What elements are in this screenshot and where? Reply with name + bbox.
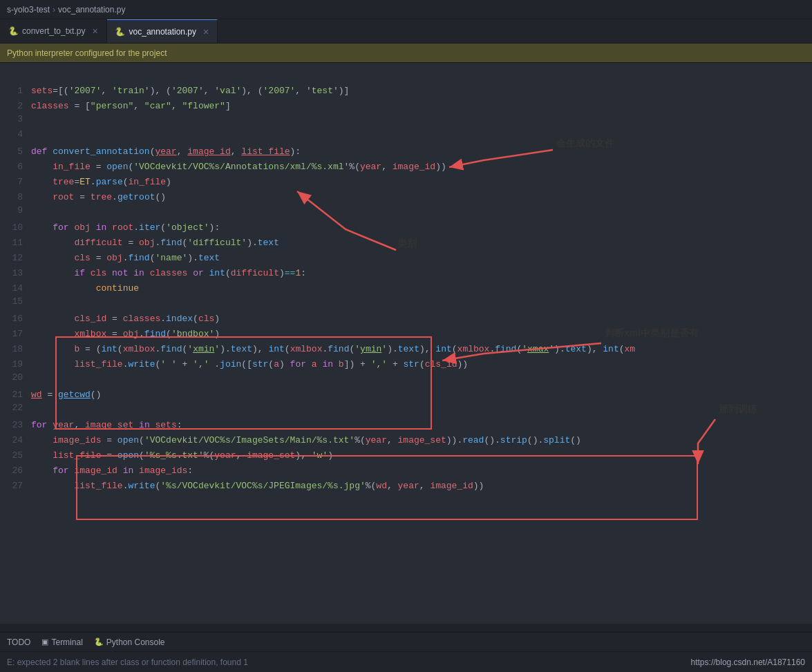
line-content-25: list_file = open('%s_%s.txt'%(year, imag… bbox=[31, 448, 812, 463]
code-line-3: 3 bbox=[0, 114, 812, 129]
tab-bar: 🐍 convert_to_txt.py × 🐍 voc_annotation.p… bbox=[0, 19, 812, 44]
line-num-13: 13 bbox=[0, 268, 31, 278]
line-num-15: 15 bbox=[0, 296, 31, 307]
line-content-26: for image_id in image_ids: bbox=[31, 463, 812, 479]
breadcrumb-file: voc_annotation.py bbox=[58, 5, 125, 15]
line-num-11: 11 bbox=[0, 238, 31, 248]
code-line-24: 24 image_ids = open('VOCdevkit/VOC%s/Ima… bbox=[0, 433, 812, 448]
code-line-26: 26 for image_id in image_ids: bbox=[0, 463, 812, 479]
tab-convert-to-txt[interactable]: 🐍 convert_to_txt.py × bbox=[0, 19, 107, 43]
code-line-15: 15 bbox=[0, 296, 812, 311]
code-line-1: 1 sets=[('2007', 'train'), ('2007', 'val… bbox=[0, 84, 812, 99]
line-num-1: 1 bbox=[0, 86, 31, 96]
line-num-26: 26 bbox=[0, 465, 31, 476]
code-line-17: 17 xmlbox = obj.find('bndbox') bbox=[0, 327, 812, 342]
terminal-status[interactable]: ▣ Terminal bbox=[41, 637, 82, 647]
code-line-19: 19 list_file.write(' ' + ',' .join([str(… bbox=[0, 357, 812, 372]
line-content-11: difficult = obj.find('difficult').text bbox=[31, 236, 812, 251]
code-line bbox=[0, 68, 812, 84]
line-num-12: 12 bbox=[0, 253, 31, 263]
code-line-27: 27 list_file.write('%s/VOCdevkit/VOC%s/J… bbox=[0, 479, 812, 494]
line-num-16: 16 bbox=[0, 314, 31, 324]
code-line-7: 7 tree=ET.parse(in_file) bbox=[0, 175, 812, 190]
code-line-9: 9 bbox=[0, 205, 812, 220]
line-content-1: sets=[('2007', 'train'), ('2007', 'val')… bbox=[31, 84, 812, 99]
line-num-14: 14 bbox=[0, 283, 31, 294]
line-content-21: wd = getcwd() bbox=[31, 387, 812, 403]
line-num-21: 21 bbox=[0, 390, 31, 400]
line-num-22: 22 bbox=[0, 403, 31, 413]
line-content-5: def convert_annotation(year, image_id, l… bbox=[31, 144, 812, 160]
line-content-7: tree=ET.parse(in_file) bbox=[31, 175, 812, 190]
code-line-10: 10 for obj in root.iter('object'): bbox=[0, 220, 812, 236]
line-content-6: in_file = open('VOCdevkit/VOC%s/Annotati… bbox=[31, 160, 812, 175]
line-num-10: 10 bbox=[0, 222, 31, 233]
code-line-18: 18 b = (int(xmlbox.find('xmin').text), i… bbox=[0, 342, 812, 357]
line-content-24: image_ids = open('VOCdevkit/VOC%s/ImageS… bbox=[31, 433, 812, 448]
error-message: E: expected 2 blank lines after class or… bbox=[7, 657, 248, 667]
code-line-6: 6 in_file = open('VOCdevkit/VOC%s/Annota… bbox=[0, 160, 812, 175]
line-num-25: 25 bbox=[0, 450, 31, 461]
line-content-8: root = tree.getroot() bbox=[31, 190, 812, 205]
line-num-3: 3 bbox=[0, 114, 31, 124]
code-editor: 1 sets=[('2007', 'train'), ('2007', 'val… bbox=[0, 63, 812, 624]
line-content-19: list_file.write(' ' + ',' .join([str(a) … bbox=[31, 357, 812, 372]
line-content-16: cls_id = classes.index(cls) bbox=[31, 311, 812, 327]
line-content-2: classes = ["person", "car", "flower"] bbox=[31, 99, 812, 114]
code-line-5: 5 def convert_annotation(year, image_id,… bbox=[0, 144, 812, 160]
line-content-10: for obj in root.iter('object'): bbox=[31, 220, 812, 236]
code-line-8: 8 root = tree.getroot() bbox=[0, 190, 812, 205]
line-num-19: 19 bbox=[0, 359, 31, 369]
code-line-11: 11 difficult = obj.find('difficult').tex… bbox=[0, 236, 812, 251]
code-line-23: 23 for year, image_set in sets: bbox=[0, 418, 812, 433]
todo-label: TODO bbox=[7, 637, 30, 647]
bottom-info-bar: E: expected 2 blank lines after class or… bbox=[0, 651, 812, 672]
tab-voc-annotation[interactable]: 🐍 voc_annotation.py × bbox=[107, 19, 218, 43]
line-num-4: 4 bbox=[0, 129, 31, 140]
code-line-13: 13 if cls not in classes or int(difficul… bbox=[0, 266, 812, 281]
line-content-17: xmlbox = obj.find('bndbox') bbox=[31, 327, 812, 342]
todo-status[interactable]: TODO bbox=[7, 637, 30, 647]
breadcrumb-bar: s-yolo3-test › voc_annotation.py bbox=[0, 0, 812, 19]
code-line-4: 4 bbox=[0, 129, 812, 144]
code-line-12: 12 cls = obj.find('name').text bbox=[0, 251, 812, 266]
python-status-text: Python interpreter configured for the pr… bbox=[7, 48, 167, 58]
line-content-27: list_file.write('%s/VOCdevkit/VOC%s/JPEG… bbox=[31, 479, 812, 494]
code-line-21: 21 wd = getcwd() bbox=[0, 387, 812, 403]
line-num-20: 20 bbox=[0, 372, 31, 383]
status-bar-bottom: TODO ▣ Terminal 🐍 Python Console bbox=[0, 632, 812, 651]
tab-label: convert_to_txt.py bbox=[22, 26, 85, 36]
line-content-14: continue bbox=[31, 281, 812, 296]
line-num-8: 8 bbox=[0, 192, 31, 202]
tab-close-active-icon[interactable]: × bbox=[203, 26, 209, 37]
line-num-6: 6 bbox=[0, 162, 31, 172]
line-num-5: 5 bbox=[0, 146, 31, 157]
line-num-23: 23 bbox=[0, 420, 31, 430]
code-line-14: 14 continue bbox=[0, 281, 812, 296]
terminal-icon: ▣ bbox=[41, 637, 48, 646]
line-num-24: 24 bbox=[0, 435, 31, 445]
python-console-label: Python Console bbox=[106, 637, 165, 647]
python-file-icon: 🐍 bbox=[8, 26, 18, 36]
code-line-22: 22 bbox=[0, 403, 812, 418]
python-console-icon: 🐍 bbox=[94, 637, 104, 646]
blog-url: https://blog.csdn.net/A1871160 bbox=[691, 657, 805, 667]
line-num-9: 9 bbox=[0, 205, 31, 215]
code-line-16: 16 cls_id = classes.index(cls) bbox=[0, 311, 812, 327]
line-num-2: 2 bbox=[0, 101, 31, 111]
line-content-12: cls = obj.find('name').text bbox=[31, 251, 812, 266]
line-content-23: for year, image_set in sets: bbox=[31, 418, 812, 433]
breadcrumb-project: s-yolo3-test bbox=[7, 5, 50, 15]
code-line-20: 20 bbox=[0, 372, 812, 387]
breadcrumb-separator: › bbox=[53, 5, 55, 15]
line-num-18: 18 bbox=[0, 344, 31, 354]
editor-wrapper: 会生成的文件 类别 判断xml中类别是否有 那到训练 1 sets=[('200… bbox=[0, 63, 812, 624]
tab-close-icon[interactable]: × bbox=[92, 26, 97, 37]
tab-label-active: voc_annotation.py bbox=[129, 27, 196, 37]
line-num-7: 7 bbox=[0, 177, 31, 187]
line-content-18: b = (int(xmlbox.find('xmin').text), int(… bbox=[31, 342, 812, 357]
python-console-status[interactable]: 🐍 Python Console bbox=[94, 637, 165, 647]
code-line-2: 2 classes = ["person", "car", "flower"] bbox=[0, 99, 812, 114]
line-content-13: if cls not in classes or int(difficult)=… bbox=[31, 266, 812, 281]
line-num-17: 17 bbox=[0, 329, 31, 339]
